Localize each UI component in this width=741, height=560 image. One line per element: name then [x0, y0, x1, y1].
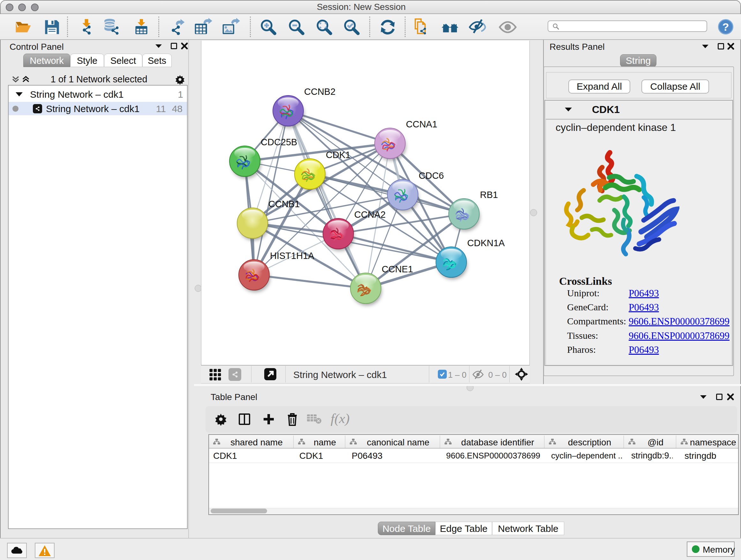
svg-text:CDC25B: CDC25B [261, 137, 297, 147]
svg-text:CDC6: CDC6 [419, 171, 444, 181]
svg-text:CCNA1: CCNA1 [406, 119, 437, 129]
svg-text:CCNB1: CCNB1 [268, 199, 300, 209]
svg-text:CCNA2: CCNA2 [354, 209, 386, 220]
svg-text:CDK1: CDK1 [326, 150, 350, 160]
svg-text:HIST1H1A: HIST1H1A [270, 251, 314, 261]
svg-text:CCNE1: CCNE1 [382, 264, 413, 274]
svg-text:CCNB2: CCNB2 [304, 86, 335, 97]
svg-text:CDKN1A: CDKN1A [467, 238, 505, 248]
svg-text:RB1: RB1 [480, 190, 498, 200]
